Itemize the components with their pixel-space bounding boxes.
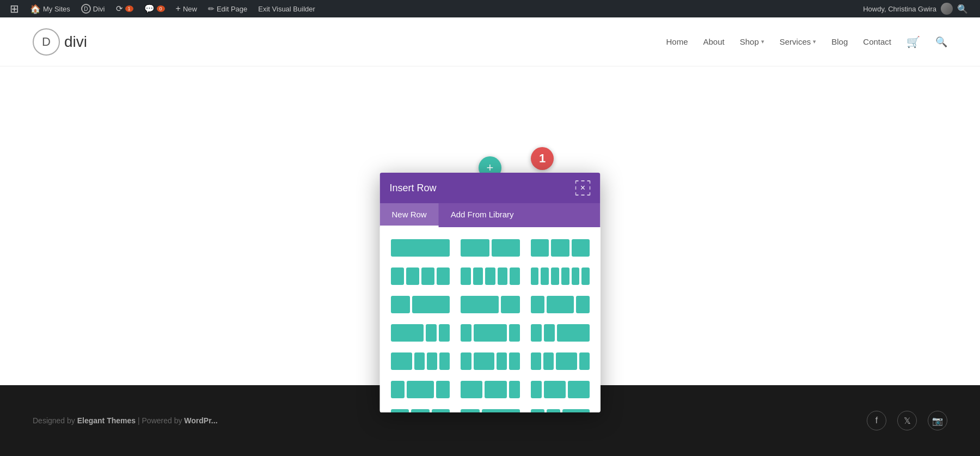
- nav-home[interactable]: Home: [666, 37, 688, 46]
- shop-chevron-icon: ▾: [761, 38, 764, 45]
- wp-icon[interactable]: ⊞: [4, 0, 24, 17]
- layout-2col-equal[interactable]: [458, 237, 522, 259]
- layout-4col[interactable]: [389, 265, 452, 287]
- cart-icon[interactable]: 🛒: [906, 35, 920, 48]
- nav-blog[interactable]: Blog: [831, 37, 848, 46]
- nav-shop[interactable]: Shop ▾: [740, 37, 764, 46]
- nav-about[interactable]: About: [703, 37, 724, 46]
- main-content: Designed by Elegant Themes | Powered by …: [0, 66, 980, 456]
- site-nav: Home About Shop ▾ Services ▾ Blog Contac…: [666, 35, 947, 48]
- new-content-menu[interactable]: + New: [170, 0, 203, 17]
- layout-variant-c[interactable]: [528, 379, 591, 400]
- my-sites-menu[interactable]: 🏠 My Sites: [24, 0, 76, 17]
- header-search-icon[interactable]: 🔍: [935, 36, 947, 48]
- facebook-icon[interactable]: f: [867, 411, 886, 430]
- layout-partial-c[interactable]: [528, 407, 591, 412]
- comments-menu[interactable]: 💬 0: [139, 0, 170, 17]
- admin-bar: ⊞ 🏠 My Sites D Divi ⟳ 1 💬 0 + New ✏ Edit…: [0, 0, 980, 17]
- layout-1-2-ratio[interactable]: [389, 294, 452, 315]
- logo-circle: D: [33, 28, 60, 56]
- modal-tabs: New Row Add From Library: [380, 203, 601, 227]
- insert-row-modal: Insert Row × New Row Add From Library: [380, 173, 601, 412]
- nav-services[interactable]: Services ▾: [780, 37, 817, 46]
- updates-menu[interactable]: ⟳ 1: [111, 0, 139, 17]
- admin-search-icon[interactable]: 🔍: [955, 1, 970, 16]
- tab-new-row[interactable]: New Row: [380, 203, 439, 227]
- exit-builder-link[interactable]: Exit Visual Builder: [253, 0, 321, 17]
- notification-badge: 1: [531, 147, 554, 170]
- divi-menu[interactable]: D Divi: [76, 0, 111, 17]
- layout-partial-b[interactable]: [458, 407, 522, 412]
- modal-header: Insert Row ×: [380, 173, 601, 203]
- nav-contact[interactable]: Contact: [863, 37, 891, 46]
- edit-page-link[interactable]: ✏ Edit Page: [203, 0, 253, 17]
- row-layouts-grid: [389, 237, 592, 412]
- layout-partial-a[interactable]: [389, 407, 452, 412]
- layout-variant-a[interactable]: [389, 379, 452, 400]
- layout-2-1-ratio[interactable]: [458, 294, 522, 315]
- site-logo[interactable]: D divi: [33, 28, 87, 56]
- layout-6col[interactable]: [528, 265, 591, 287]
- layout-variant-b[interactable]: [458, 379, 522, 400]
- layout-3col-left-wide[interactable]: [389, 322, 452, 344]
- services-chevron-icon: ▾: [813, 38, 816, 45]
- modal-body[interactable]: [380, 227, 601, 412]
- layout-3col-equal[interactable]: [528, 237, 591, 259]
- footer-social: f 𝕏 📷: [867, 411, 947, 430]
- modal-close-button[interactable]: ×: [575, 180, 591, 196]
- twitter-icon[interactable]: 𝕏: [897, 411, 917, 430]
- layout-3col-wide-center[interactable]: [528, 294, 591, 315]
- site-header: D divi Home About Shop ▾ Services ▾ Blog…: [0, 17, 980, 66]
- tab-add-from-library[interactable]: Add From Library: [439, 203, 526, 227]
- layout-1col[interactable]: [389, 237, 452, 259]
- footer-text: Designed by Elegant Themes | Powered by …: [33, 416, 218, 425]
- modal-title: Insert Row: [390, 183, 437, 194]
- user-avatar: [941, 3, 953, 15]
- layout-4col-v3[interactable]: [528, 350, 591, 372]
- admin-bar-user: Howdy, Christina Gwira 🔍: [857, 1, 976, 16]
- layout-4col-v1[interactable]: [389, 350, 452, 372]
- layout-3col-mid-wide[interactable]: [458, 322, 522, 344]
- layout-4col-v2[interactable]: [458, 350, 522, 372]
- instagram-icon[interactable]: 📷: [928, 411, 947, 430]
- layout-3col-right-wide[interactable]: [528, 322, 591, 344]
- layout-5col[interactable]: [458, 265, 522, 287]
